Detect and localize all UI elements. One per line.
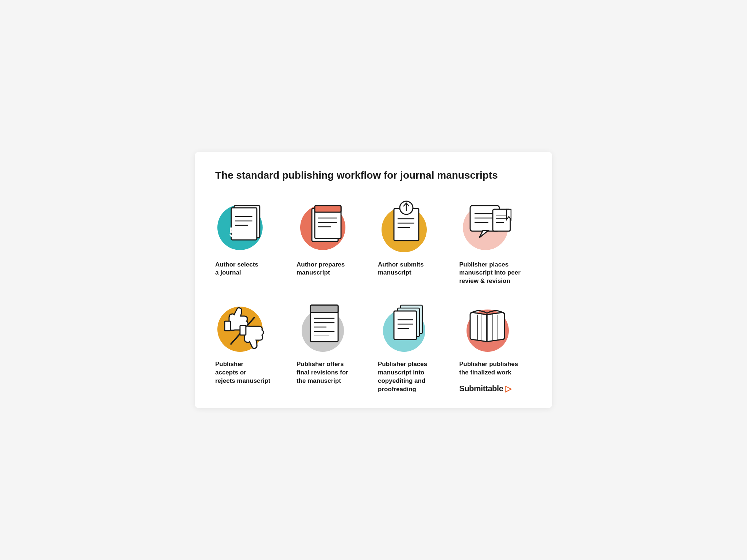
workflow-grid: 5 Author selectsa journal bbox=[215, 198, 532, 394]
svg-rect-38 bbox=[310, 305, 338, 312]
logo-area: Submittable ▷ bbox=[459, 379, 511, 394]
item-publisher-revisions: Publisher offersfinal revisions forthe m… bbox=[297, 297, 369, 394]
label-author-submits: Author submitsmanuscript bbox=[378, 261, 424, 277]
icon-publisher-peer-review bbox=[459, 198, 518, 254]
svg-rect-47 bbox=[394, 311, 417, 339]
label-publisher-revisions: Publisher offersfinal revisions forthe m… bbox=[297, 360, 348, 385]
icon-author-prepares bbox=[297, 198, 355, 254]
item-author-prepares: Author preparesmanuscript bbox=[297, 198, 369, 286]
icon-publisher-revisions bbox=[297, 297, 355, 354]
label-author-prepares: Author preparesmanuscript bbox=[297, 261, 345, 277]
icon-publisher-accepts bbox=[215, 297, 274, 354]
logo-text: Submittable bbox=[459, 384, 503, 393]
svg-rect-33 bbox=[225, 321, 231, 331]
item-publisher-publishes: Publisher publishesthe finalized work Su… bbox=[459, 297, 532, 394]
item-publisher-peer-review: Publisher placesmanuscript into peerrevi… bbox=[459, 198, 532, 286]
item-publisher-copyediting: Publisher placesmanuscript intocopyediti… bbox=[378, 297, 450, 394]
icon-publisher-publishes bbox=[459, 297, 518, 354]
logo-icon: ▷ bbox=[505, 384, 511, 394]
svg-rect-35 bbox=[240, 326, 246, 335]
label-author-selects: Author selectsa journal bbox=[215, 261, 258, 277]
item-publisher-accepts: Publisheraccepts orrejects manuscript bbox=[215, 297, 288, 394]
label-publisher-peer-review: Publisher placesmanuscript into peerrevi… bbox=[459, 261, 520, 286]
icon-author-selects: 5 bbox=[215, 198, 274, 254]
label-publisher-copyediting: Publisher placesmanuscript intocopyediti… bbox=[378, 360, 427, 394]
label-publisher-accepts: Publisheraccepts orrejects manuscript bbox=[215, 360, 270, 385]
item-author-submits: Author submitsmanuscript bbox=[378, 198, 450, 286]
svg-text:5: 5 bbox=[229, 225, 236, 240]
icon-publisher-copyediting bbox=[378, 297, 436, 354]
main-card: The standard publishing workflow for jou… bbox=[195, 152, 552, 408]
item-author-selects: 5 Author selectsa journal bbox=[215, 198, 288, 286]
label-publisher-publishes: Publisher publishesthe finalized work bbox=[459, 360, 518, 377]
page-title: The standard publishing workflow for jou… bbox=[215, 169, 532, 182]
svg-rect-10 bbox=[315, 206, 341, 212]
icon-author-submits bbox=[378, 198, 436, 254]
